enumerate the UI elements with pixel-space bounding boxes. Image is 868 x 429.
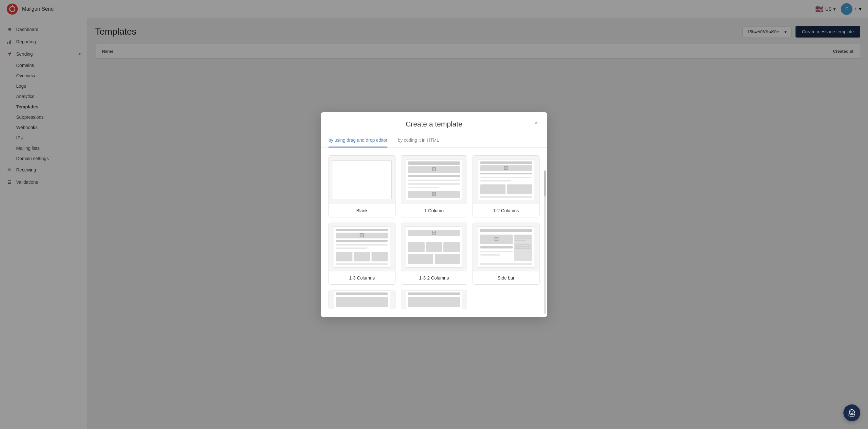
template-preview-1-3col: 🖼 — [329, 223, 395, 271]
template-label-1col: 1 Column — [401, 204, 467, 217]
create-template-modal: Create a template × by using drag and dr… — [321, 112, 547, 317]
modal-title: Create a template — [406, 120, 463, 128]
svg-point-9 — [852, 411, 854, 412]
template-card-blank[interactable]: Blank — [329, 155, 396, 218]
template-preview-sidebar: 🖼 — [473, 223, 539, 271]
template-label-1-3-2col: 1-3-2 Columns — [401, 271, 467, 285]
image-placeholder-icon: 🖼 — [431, 192, 437, 197]
tab-drag-drop[interactable]: by using drag and drop editor — [329, 134, 388, 147]
template-label-blank: Blank — [329, 204, 395, 217]
modal-scrollbar-thumb — [544, 170, 546, 196]
template-label-sidebar: Side bar — [473, 271, 539, 285]
svg-point-8 — [850, 411, 851, 412]
template-preview-blank — [329, 156, 395, 204]
image-placeholder-icon: 🖼 — [431, 230, 437, 236]
template-preview-1col: 🖼 🖼 — [401, 156, 467, 204]
modal-overlay[interactable]: Create a template × by using drag and dr… — [0, 0, 868, 429]
template-label-1-3col: 1-3 Columns — [329, 271, 395, 285]
template-card-1col[interactable]: 🖼 🖼 1 Column — [401, 155, 468, 218]
template-card-1-2col[interactable]: 🖼 1-2 Columns — [472, 155, 539, 218]
svg-point-7 — [849, 409, 855, 415]
tab-html[interactable]: by coding it in HTML — [398, 134, 439, 147]
template-grid: Blank 🖼 — [329, 155, 539, 309]
image-placeholder-icon: 🖼 — [494, 236, 499, 242]
image-placeholder-icon: 🖼 — [504, 165, 509, 171]
modal-close-button[interactable]: × — [532, 119, 541, 128]
template-preview-partial1 — [329, 290, 395, 309]
chat-bot-button[interactable] — [843, 404, 860, 421]
image-placeholder-icon: 🖼 — [431, 167, 437, 172]
template-card-partial2[interactable] — [401, 290, 468, 309]
template-preview-partial2 — [401, 290, 467, 309]
template-card-1-3-2col[interactable]: 🖼 — [401, 223, 468, 285]
modal-tabs: by using drag and drop editor by coding … — [321, 134, 547, 147]
template-label-1-2col: 1-2 Columns — [473, 204, 539, 217]
bot-icon — [847, 408, 856, 417]
modal-body: Blank 🖼 — [321, 147, 547, 317]
template-preview-1-2col: 🖼 — [473, 156, 539, 204]
modal-header: Create a template × — [321, 112, 547, 128]
template-card-1-3col[interactable]: 🖼 1-3 Col — [329, 223, 396, 285]
image-placeholder-icon: 🖼 — [359, 233, 364, 238]
template-preview-1-3-2col: 🖼 — [401, 223, 467, 271]
template-card-partial1[interactable] — [329, 290, 396, 309]
modal-scrollbar[interactable] — [544, 170, 546, 314]
template-card-sidebar[interactable]: 🖼 — [472, 223, 539, 285]
svg-rect-12 — [850, 416, 854, 417]
